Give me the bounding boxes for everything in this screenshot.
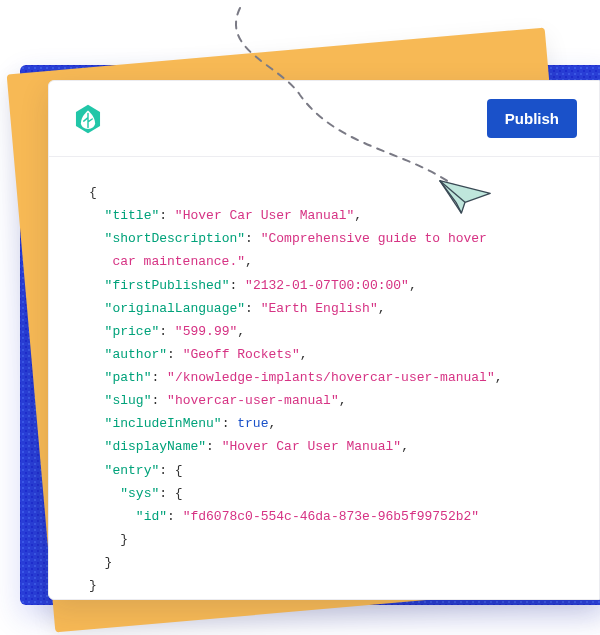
key-first-published: "firstPublished"	[105, 278, 230, 293]
key-price: "price"	[105, 324, 160, 339]
editor-panel: Publish { "title": "Hover Car User Manua…	[48, 80, 600, 600]
brace-open: {	[89, 185, 97, 200]
brace-close: }	[89, 578, 97, 593]
key-entry: "entry"	[105, 463, 160, 478]
key-title: "title"	[105, 208, 160, 223]
value-short-description: "Comprehensive guide to hover	[261, 231, 487, 246]
leaf-logo-icon	[71, 102, 105, 136]
key-short-description: "shortDescription"	[105, 231, 245, 246]
value-path: "/knowledge-implants/hovercar-user-manua…	[167, 370, 495, 385]
key-include-in-menu: "includeInMenu"	[105, 416, 222, 431]
panel-header: Publish	[49, 81, 599, 157]
key-original-language: "originalLanguage"	[105, 301, 245, 316]
key-path: "path"	[105, 370, 152, 385]
key-id: "id"	[136, 509, 167, 524]
value-id: "fd6078c0-554c-46da-873e-96b5f99752b2"	[183, 509, 479, 524]
value-display-name: "Hover Car User Manual"	[222, 439, 401, 454]
value-title: "Hover Car User Manual"	[175, 208, 354, 223]
value-author: "Geoff Rockets"	[183, 347, 300, 362]
key-display-name: "displayName"	[105, 439, 206, 454]
key-slug: "slug"	[105, 393, 152, 408]
value-original-language: "Earth English"	[261, 301, 378, 316]
value-slug: "hovercar-user-manual"	[167, 393, 339, 408]
value-first-published: "2132-01-07T00:00:00"	[245, 278, 409, 293]
value-include-in-menu: true	[237, 416, 268, 431]
value-price: "599.99"	[175, 324, 237, 339]
key-author: "author"	[105, 347, 167, 362]
key-sys: "sys"	[120, 486, 159, 501]
publish-button[interactable]: Publish	[487, 99, 577, 138]
json-code-block: { "title": "Hover Car User Manual", "sho…	[49, 157, 599, 600]
